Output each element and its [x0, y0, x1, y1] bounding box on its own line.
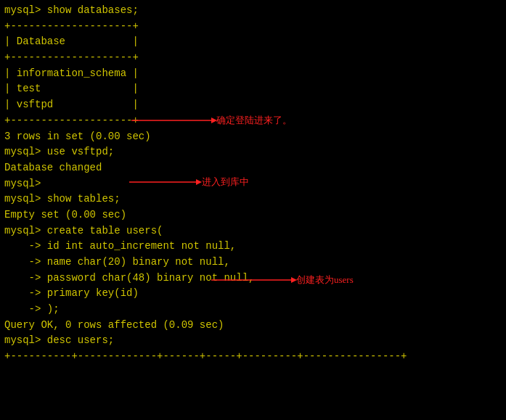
terminal-line: mysql> desc users;: [4, 333, 502, 349]
terminal-line: mysql> show tables;: [4, 192, 502, 207]
terminal-line: mysql> create table users(: [4, 223, 502, 239]
svg-marker-1: [211, 118, 217, 123]
annotation-db: 进入到库中: [202, 176, 249, 189]
terminal-line: -> name char(20) binary not null,: [4, 255, 502, 271]
terminal-line: +--------------------+: [4, 50, 502, 66]
annotation-login: 确定登陆进来了。: [216, 114, 292, 127]
terminal-line: mysql> show databases;: [4, 3, 502, 19]
terminal-line: Database changed: [4, 160, 502, 176]
terminal-line: mysql>: [4, 176, 502, 192]
terminal-line: | test |: [4, 81, 502, 97]
terminal-line: +--------------------+: [4, 19, 502, 35]
terminal: mysql> show databases; +----------------…: [4, 3, 502, 365]
arrow-db: [129, 177, 202, 187]
terminal-line: Query OK, 0 rows affected (0.09 sec): [4, 318, 502, 334]
terminal-line: | information_schema |: [4, 66, 502, 82]
terminal-line: 3 rows in set (0.00 sec): [4, 129, 502, 145]
terminal-line: | vsftpd |: [4, 97, 502, 113]
svg-marker-5: [291, 277, 297, 283]
terminal-line: -> );: [4, 302, 502, 318]
terminal-line: mysql> use vsftpd;: [4, 144, 502, 160]
terminal-line: -> id int auto_increment not null,: [4, 239, 502, 255]
arrow-create: [211, 275, 297, 285]
annotation-create: 创建表为users: [296, 273, 354, 287]
terminal-line: | Database |: [4, 34, 502, 50]
terminal-line: Empty set (0.00 sec): [4, 207, 502, 223]
terminal-line: +----------+-------------+------+-----+-…: [4, 349, 502, 365]
arrow-login: [131, 115, 217, 125]
terminal-line: -> primary key(id): [4, 286, 502, 302]
svg-marker-3: [196, 179, 202, 185]
